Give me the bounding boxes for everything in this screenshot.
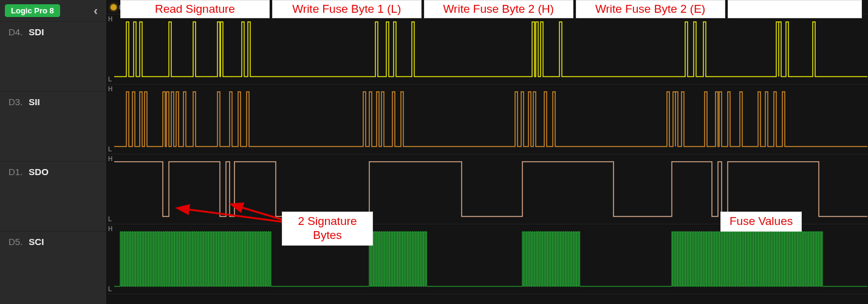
waveform-track[interactable]: H L <box>107 224 868 294</box>
channel-name: SCI <box>29 237 44 247</box>
channel-index: D4. <box>9 27 22 37</box>
channel-name: SII <box>29 97 39 107</box>
trigger-marker-icon <box>111 4 117 10</box>
waveform <box>114 228 867 291</box>
waveform-track[interactable]: H L <box>107 85 868 154</box>
segment-label: Write Fuse Byte 2 (E) <box>576 0 725 18</box>
level-high: H <box>108 86 112 92</box>
channel-row[interactable]: D5. SCI <box>0 231 106 301</box>
channel-index: D1. <box>9 167 22 177</box>
channel-name: SDO <box>29 167 49 177</box>
channel-name: SDI <box>29 27 44 37</box>
level-low: L <box>108 146 112 153</box>
segment-label: Write Fuse Byte 1 (L) <box>272 0 422 18</box>
segment-label <box>728 0 862 18</box>
waveform-area[interactable]: 0 s : 600 ms Read Signature Write Fuse B… <box>107 0 868 304</box>
level-high: H <box>108 16 112 22</box>
segment-labels: Read Signature Write Fuse Byte 1 (L) Wri… <box>120 0 862 18</box>
channel-index: D3. <box>9 97 22 107</box>
channel-row[interactable]: D1. SDO <box>0 161 106 231</box>
app-badge[interactable]: Logic Pro 8 <box>5 4 60 17</box>
channel-row[interactable]: D4. SDI <box>0 21 106 91</box>
channel-index: D5. <box>9 237 22 247</box>
level-low: L <box>108 76 112 83</box>
waveform <box>114 88 867 151</box>
segment-label: Write Fuse Byte 2 (H) <box>424 0 573 18</box>
waveform-track[interactable]: H L <box>107 15 868 85</box>
segment-label: Read Signature <box>120 0 270 18</box>
level-high: H <box>108 156 112 162</box>
annotation-sig-bytes: 2 Signature Bytes <box>282 212 373 246</box>
level-low: L <box>108 216 112 223</box>
channel-row[interactable]: D3. SII <box>0 91 106 161</box>
waveform <box>114 18 867 81</box>
annotation-fuse-values: Fuse Values <box>720 212 802 232</box>
level-low: L <box>108 286 112 292</box>
level-high: H <box>108 226 112 232</box>
collapse-icon[interactable]: ‹ <box>90 4 101 18</box>
